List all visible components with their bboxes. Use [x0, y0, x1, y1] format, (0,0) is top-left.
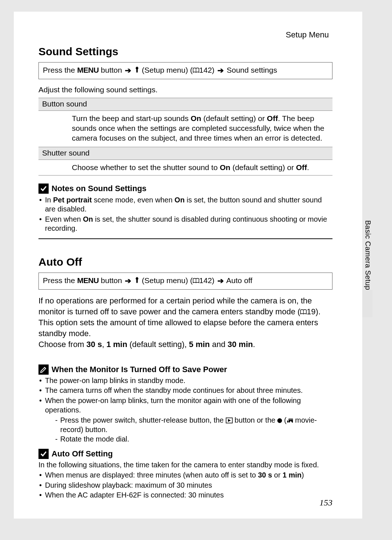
note-heading: When the Monitor Is Turned Off to Save P… — [38, 364, 332, 375]
list-item: When the AC adapter EH-62F is connected:… — [38, 491, 332, 500]
pencil-icon — [38, 364, 49, 375]
list-item: In Pet portrait scene mode, even when On… — [38, 196, 332, 214]
list-item: When menus are displayed: three minutes … — [38, 471, 332, 480]
option-header: Button sound — [38, 98, 332, 111]
sub-list: Press the power switch, shutter-release … — [45, 415, 332, 444]
note-heading: Notes on Sound Settings — [38, 184, 332, 194]
txt: In — [45, 196, 53, 204]
bold-on: On — [220, 163, 230, 172]
txt: Press the power switch, shutter-release … — [60, 416, 226, 424]
list-item: Rotate the mode dial. — [55, 434, 332, 444]
nav-path-sound: Press the MENU button ➔ (Setup menu) (14… — [38, 62, 332, 79]
txt: (default setting) or — [201, 114, 267, 122]
svg-rect-6 — [290, 419, 291, 420]
nav-path-autooff: Press the MENU button ➔ (Setup menu) (14… — [38, 273, 332, 290]
bold: On — [175, 196, 185, 204]
side-tab-label: Basic Camera Setup — [364, 219, 372, 290]
section-heading-sound: Sound Settings — [38, 45, 332, 59]
txt: Choose whether to set the shutter sound … — [72, 163, 220, 172]
txt: . — [307, 163, 309, 172]
bold-off: Off — [296, 163, 307, 172]
bold: 30 s — [86, 340, 102, 349]
txt: Turn the beep and start-up sounds — [72, 114, 191, 122]
option-header: Shutter sound — [38, 147, 332, 160]
list-item: During slideshow playback: maximum of 30… — [38, 481, 332, 490]
movie-record-icon — [286, 416, 293, 422]
txt: 19). — [307, 307, 320, 316]
nav-text: Press the — [43, 276, 77, 285]
checkmark-icon — [38, 449, 49, 459]
record-dot-icon — [277, 418, 282, 423]
bold: 30 s — [258, 471, 272, 479]
list-item: The camera turns off when the standby mo… — [38, 386, 332, 395]
wrench-icon — [134, 66, 140, 76]
note-title: Notes on Sound Settings — [52, 184, 147, 194]
list-item: When the power-on lamp blinks, turn the … — [38, 396, 332, 444]
nav-end: Sound settings — [225, 66, 277, 74]
body-paragraph: Choose from 30 s, 1 min (default setting… — [38, 339, 332, 350]
side-tab: Basic Camera Setup — [364, 219, 372, 314]
sound-options-table: Button sound Turn the beep and start-up … — [38, 98, 332, 176]
txt: or — [272, 471, 283, 479]
arrow-icon: ➔ — [125, 66, 131, 76]
nav-text: button — [99, 276, 124, 285]
checkmark-icon — [38, 184, 49, 194]
txt: button or the — [233, 416, 277, 424]
txt: (default setting), — [127, 340, 189, 349]
bold: 30 min — [228, 340, 253, 349]
bold: On — [83, 215, 93, 223]
bold: 1 min — [282, 471, 301, 479]
txt: This option sets the amount of time allo… — [38, 318, 318, 338]
txt: scene mode, even when — [92, 196, 175, 204]
corner-header: Setup Menu — [286, 30, 329, 40]
txt: When the power-on lamp blinks, turn the … — [45, 396, 301, 414]
bold-off: Off — [267, 114, 278, 122]
option-desc: Turn the beep and start-up sounds On (de… — [38, 111, 332, 147]
body-paragraph: If no operations are performed for a cer… — [38, 295, 332, 339]
svg-rect-7 — [292, 419, 293, 420]
bold: Pet portrait — [53, 196, 92, 204]
list-item: Even when On is set, the shutter sound i… — [38, 215, 332, 233]
book-icon — [193, 278, 199, 283]
txt: and — [210, 340, 228, 349]
page-number: 153 — [319, 497, 332, 508]
txt: ( — [282, 416, 286, 424]
monitor-note: When the Monitor Is Turned Off to Save P… — [38, 364, 332, 444]
nav-ref: 142) — [199, 66, 217, 74]
playback-icon — [226, 416, 233, 422]
sound-intro: Adjust the following sound settings. — [38, 85, 332, 95]
nav-text: Press the — [43, 66, 77, 74]
txt: . — [253, 340, 255, 349]
arrow-icon: ➔ — [125, 276, 131, 286]
bold: 1 min — [106, 340, 127, 349]
nav-text: (Setup menu) ( — [140, 276, 193, 285]
arrow-icon: ➔ — [217, 66, 224, 76]
wrench-icon — [134, 276, 140, 286]
txt: Even when — [45, 215, 83, 223]
manual-page: Setup Menu Sound Settings Press the MENU… — [14, 12, 362, 519]
note-bullets: In Pet portrait scene mode, even when On… — [38, 196, 332, 233]
note-bullets: The power-on lamp blinks in standby mode… — [38, 376, 332, 444]
list-item: Press the power switch, shutter-release … — [55, 415, 332, 434]
nav-text: button — [99, 66, 124, 74]
sound-notes: Notes on Sound Settings In Pet portrait … — [38, 184, 332, 233]
txt: If no operations are performed for a cer… — [38, 296, 312, 316]
list-item: The power-on lamp blinks in standby mode… — [38, 376, 332, 386]
option-desc: Choose whether to set the shutter sound … — [38, 160, 332, 176]
nav-text: (Setup menu) ( — [140, 66, 193, 74]
note-intro: In the following situations, the time ta… — [38, 460, 332, 470]
book-icon — [300, 309, 307, 315]
nav-ref: 142) — [199, 276, 217, 285]
txt: (default setting) or — [230, 163, 296, 172]
note-heading: Auto Off Setting — [38, 449, 332, 459]
txt: Choose from — [38, 340, 86, 349]
autooff-setting-note: Auto Off Setting In the following situat… — [38, 449, 332, 500]
txt: ) — [302, 471, 304, 479]
section-heading-autooff: Auto Off — [38, 255, 332, 269]
note-bullets: When menus are displayed: three minutes … — [38, 471, 332, 500]
menu-word: MENU — [77, 276, 99, 285]
arrow-icon: ➔ — [217, 276, 224, 286]
nav-end: Auto off — [225, 276, 253, 285]
txt: , — [102, 340, 106, 349]
note-title: When the Monitor Is Turned Off to Save P… — [52, 364, 227, 375]
